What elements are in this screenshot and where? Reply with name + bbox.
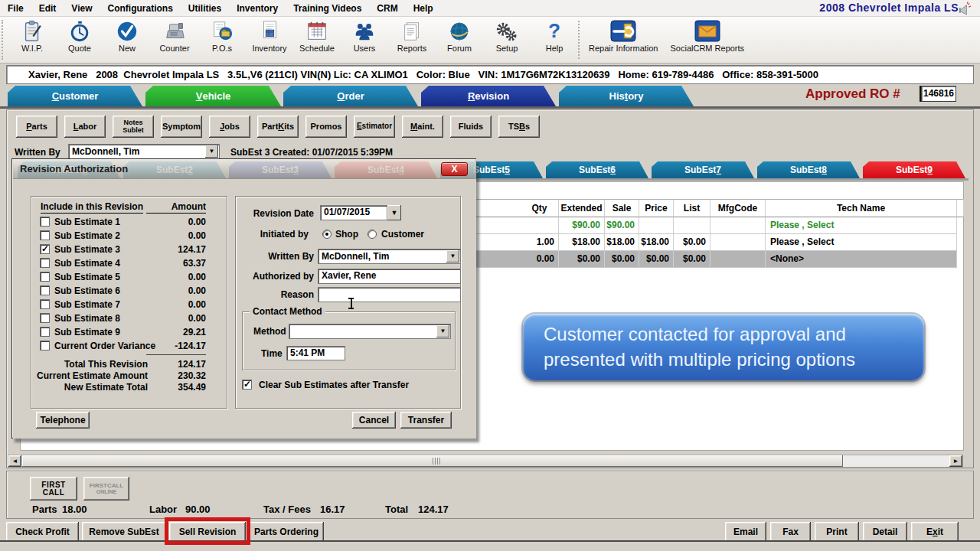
tab-order[interactable]: Order — [283, 86, 418, 106]
toolbar-help-button[interactable]: ? Help — [531, 17, 578, 60]
tab-revision[interactable]: Revision — [421, 86, 556, 106]
col-header-tech-name[interactable]: Tech Name — [766, 199, 957, 217]
first-call-button[interactable]: FIRST CALL — [30, 477, 77, 500]
col-header-qty[interactable]: Qty — [521, 199, 559, 217]
toolbar-inventory-button[interactable]: Inventory — [246, 17, 293, 60]
detail-button[interactable]: Detail — [863, 522, 907, 542]
subtab-symptom[interactable]: Symptom — [161, 116, 202, 138]
subest-tab-7[interactable]: SubEst 7 — [652, 161, 754, 178]
fax-button[interactable]: Fax — [770, 522, 811, 542]
sub-estimate-9-checkbox[interactable] — [40, 327, 50, 337]
cell-tech-name: Please , Select — [766, 217, 957, 234]
print-button[interactable]: Print — [815, 522, 859, 542]
sub-estimate-2-checkbox[interactable] — [40, 230, 50, 240]
toolbar-setup-button[interactable]: Setup — [483, 17, 531, 60]
col-header-price[interactable]: Price — [639, 199, 674, 217]
reason-input[interactable] — [318, 287, 461, 302]
cell-list: $0.00 — [674, 234, 710, 251]
chevron-down-icon[interactable]: ▼ — [446, 250, 459, 262]
menu-help[interactable]: Help — [406, 0, 441, 17]
subtab-estimator[interactable]: Estimator — [354, 116, 395, 138]
menu-file[interactable]: File — [0, 0, 31, 17]
dialog-title-bar[interactable]: Revision Authorization — [13, 159, 476, 179]
cancel-button[interactable]: Cancel — [352, 412, 396, 429]
remove-subest-button[interactable]: Remove SubEst — [82, 522, 166, 542]
question-icon: ? — [543, 20, 566, 43]
method-dropdown[interactable]: ▼ — [289, 324, 451, 339]
revision-date-input[interactable]: 01/07/2015 — [320, 205, 387, 220]
announcement-icon[interactable] — [958, 2, 972, 16]
subtab-partkits[interactable]: PartKits — [257, 116, 299, 138]
written-by-dropdown[interactable]: McDonnell, Tim ▼ — [68, 144, 220, 159]
toolbar-reports-button[interactable]: Reports — [388, 17, 436, 60]
toolbar-counter-button[interactable]: Counter — [151, 17, 198, 60]
scrollbar-thumb[interactable] — [22, 455, 843, 467]
subtab-maint[interactable]: Maint. — [402, 116, 443, 138]
subtab-tsbs[interactable]: TSBs — [498, 116, 540, 138]
exit-button[interactable]: Exit — [911, 522, 959, 542]
toolbar-pos-button[interactable]: P.O.s — [198, 17, 246, 60]
first-call-online-button[interactable]: FIRSTCALL ONLINE — [83, 477, 129, 500]
chevron-down-icon[interactable]: ▼ — [436, 325, 449, 337]
menu-view[interactable]: View — [64, 0, 100, 17]
tab-customer[interactable]: Customer — [8, 86, 142, 106]
subtab-labor[interactable]: Labor — [64, 116, 106, 138]
subtab-notes-sublet[interactable]: Notes Sublet — [113, 116, 154, 138]
col-header-mfgcode[interactable]: MfgCode — [710, 199, 766, 217]
sub-estimate-8-checkbox[interactable] — [40, 313, 50, 323]
subtab-parts[interactable]: Parts — [16, 116, 57, 138]
toolbar-schedule-button[interactable]: Schedule — [293, 17, 341, 60]
subtab-jobs[interactable]: Jobs — [209, 116, 250, 138]
menu-training-videos[interactable]: Training Videos — [286, 0, 369, 17]
horizontal-scrollbar[interactable]: ◄ ► — [8, 455, 963, 468]
subest-tab-8[interactable]: SubEst 8 — [757, 161, 860, 178]
toolbar-quote-button[interactable]: Quote — [56, 17, 103, 60]
parts-ordering-button[interactable]: Parts Ordering — [249, 522, 324, 542]
date-picker-icon[interactable]: ▼ — [387, 205, 401, 220]
transfer-button[interactable]: Transfer — [400, 412, 452, 429]
toolbar-repair-information-button[interactable]: Repair Information — [583, 17, 665, 60]
total-amount: 124.17 — [146, 359, 206, 370]
tab-vehicle[interactable]: Vehicle — [145, 86, 281, 106]
tab-history[interactable]: History — [559, 86, 694, 106]
authorized-by-input[interactable]: Xavier, Rene — [318, 269, 461, 284]
sub-estimate-1-checkbox[interactable] — [40, 217, 50, 227]
subtab-fluids[interactable]: Fluids — [450, 116, 492, 138]
toolbar-new-button[interactable]: New — [103, 17, 151, 60]
sub-estimate-4-checkbox[interactable] — [40, 258, 50, 268]
col-header-sale[interactable]: Sale — [605, 199, 639, 217]
subtab-promos[interactable]: Promos — [305, 116, 347, 138]
menu-inventory[interactable]: Inventory — [229, 0, 286, 17]
toolbar-socialcrm-reports-button[interactable]: SocialCRM Reports — [665, 17, 751, 60]
sub-estimate-3-checkbox[interactable] — [40, 244, 50, 254]
toolbar-wip-button[interactable]: W.I.P. — [8, 17, 56, 60]
customer-radio[interactable] — [368, 230, 377, 239]
sub-estimate-5-checkbox[interactable] — [40, 272, 50, 282]
chevron-down-icon[interactable]: ▼ — [205, 145, 218, 158]
subest-tab-6[interactable]: SubEst 6 — [546, 161, 648, 178]
menu-utilities[interactable]: Utilities — [181, 0, 229, 17]
current-order-variance-checkbox[interactable] — [40, 341, 50, 350]
sub-estimate-7-checkbox[interactable] — [40, 299, 50, 309]
time-input[interactable]: 5:41 PM — [286, 346, 345, 360]
sub-estimate-6-checkbox[interactable] — [40, 285, 50, 295]
col-header-list[interactable]: List — [674, 199, 710, 217]
toolbar-users-button[interactable]: Users — [341, 17, 388, 60]
tab-divider-line — [0, 106, 980, 109]
email-button[interactable]: Email — [725, 522, 766, 542]
scroll-left-arrow-icon[interactable]: ◄ — [8, 455, 21, 467]
menu-configurations[interactable]: Configurations — [100, 0, 180, 17]
menu-edit[interactable]: Edit — [31, 0, 64, 17]
shop-radio[interactable] — [322, 230, 332, 239]
clear-sub-estimates-checkbox[interactable] — [242, 380, 252, 390]
time-label: Time — [261, 348, 283, 359]
check-profit-button[interactable]: Check Profit — [6, 522, 79, 542]
menu-crm[interactable]: CRM — [369, 0, 405, 17]
subest-tab-9[interactable]: SubEst 9 — [863, 161, 965, 178]
toolbar-forum-button[interactable]: Forum — [436, 17, 483, 60]
scroll-right-arrow-icon[interactable]: ► — [949, 455, 962, 467]
telephone-button[interactable]: Telephone — [36, 412, 90, 429]
written-by-dropdown[interactable]: McDonnell, Tim ▼ — [318, 249, 461, 264]
close-icon[interactable]: X — [441, 162, 468, 176]
col-header-extended[interactable]: Extended — [559, 199, 605, 217]
